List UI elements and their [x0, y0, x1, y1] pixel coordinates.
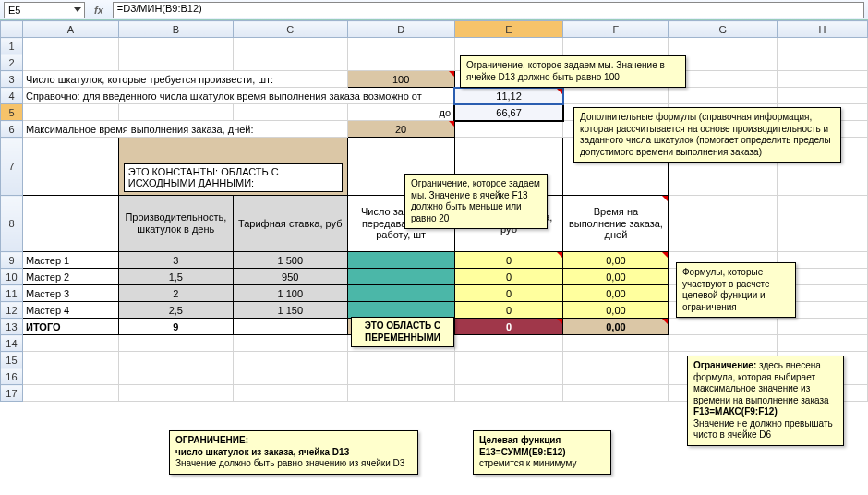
comment-d3: Ограничение, которое задаем мы. Значение…	[460, 55, 686, 88]
value-D3: 100	[392, 74, 409, 85]
cell-D6[interactable]: 20	[347, 121, 454, 138]
var-l2: ПЕРЕМЕННЫМИ	[365, 332, 440, 343]
comment-e13-title: Целевая функция	[479, 435, 561, 445]
row-4[interactable]: 4	[1, 88, 23, 104]
col-B[interactable]: B	[118, 21, 233, 38]
row-14[interactable]: 14	[1, 335, 23, 352]
comment-e13: Целевая функция E13=СУММ(E9:E12) стремит…	[473, 430, 611, 475]
col-E[interactable]: E	[454, 21, 563, 38]
cell-D12[interactable]	[347, 302, 454, 319]
value-D6: 20	[395, 124, 406, 135]
cell-C12[interactable]: 1 150	[233, 302, 347, 319]
m2-cost: 0	[506, 272, 512, 283]
comment-e4-text: Дополнительные формулы (справочная инфор…	[580, 112, 831, 157]
col-H[interactable]: H	[778, 21, 868, 38]
m2-name: Мастер 2	[26, 272, 69, 283]
total-label: ИТОГО	[26, 321, 61, 332]
cell-D9[interactable]	[347, 252, 454, 269]
comment-e13-body: стремится к минимуму	[479, 458, 576, 468]
cell-B13[interactable]: 9	[118, 319, 233, 335]
cell-B9[interactable]: 3	[118, 252, 233, 269]
value-E4: 11,12	[496, 91, 522, 102]
row-10[interactable]: 10	[1, 269, 23, 285]
col-C[interactable]: C	[233, 21, 347, 38]
row-2[interactable]: 2	[1, 54, 23, 71]
cell-A11[interactable]: Мастер 3	[22, 285, 118, 302]
comment-f13-tail: Значение не должно превышать чисто в яче…	[693, 418, 833, 441]
total-prod: 9	[173, 321, 178, 332]
cell-E4[interactable]: 11,12	[454, 88, 563, 104]
cell-A6[interactable]: Максимальное время выполнения заказа, дн…	[22, 121, 347, 138]
col-F[interactable]: F	[563, 21, 669, 38]
comment-d6: Ограничение, которое задаем мы. Значение…	[404, 174, 548, 229]
cell-D11[interactable]	[347, 285, 454, 302]
row-8[interactable]: 8	[1, 196, 23, 252]
cell-C10[interactable]: 950	[233, 269, 347, 285]
row-7[interactable]: 7	[1, 138, 23, 196]
var-l1: ЭТО ОБЛАСТЬ С	[365, 320, 441, 331]
cell-F11[interactable]: 0,00	[563, 285, 669, 302]
label-A3: Число шкатулок, которые требуется произв…	[26, 74, 273, 85]
col-A[interactable]: A	[22, 21, 118, 38]
cell-E13[interactable]: 0	[454, 319, 563, 335]
col-G[interactable]: G	[669, 21, 778, 38]
comment-f13: Ограничение: здесь внесена формула, кото…	[687, 356, 844, 446]
cell-B10[interactable]: 1,5	[118, 269, 233, 285]
m3-time: 0,00	[606, 288, 625, 299]
cell-D10[interactable]	[347, 269, 454, 285]
comment-d13-body: Значение должно быть равно значению из я…	[175, 458, 404, 468]
cell-E10[interactable]: 0	[454, 269, 563, 285]
comment-e13-f: E13=СУММ(E9:E12)	[479, 447, 566, 457]
cell-F13[interactable]: 0,00	[563, 319, 669, 335]
cell-A12[interactable]: Мастер 4	[22, 302, 118, 319]
cell-D5[interactable]: до	[347, 104, 454, 121]
cell-E9[interactable]: 0	[454, 252, 563, 269]
cell-C9[interactable]: 1 500	[233, 252, 347, 269]
row-3[interactable]: 3	[1, 71, 23, 88]
total-f: 0,00	[606, 321, 625, 332]
cell-E11[interactable]: 0	[454, 285, 563, 302]
cell-E12[interactable]: 0	[454, 302, 563, 319]
comment-d13-sub: число шкатулок из заказа, ячейка D13	[175, 447, 349, 457]
row-17[interactable]: 17	[1, 385, 23, 402]
cell-D3[interactable]: 100	[347, 71, 454, 88]
comment-d3-text: Ограничение, которое задаем мы. Значение…	[466, 60, 665, 82]
hdr-F8[interactable]: Время на выполнение заказа, дней	[563, 196, 669, 252]
cell-A4[interactable]: Справочно: для введенного числа шкатулок…	[22, 88, 454, 104]
row-12[interactable]: 12	[1, 302, 23, 319]
cell-F12[interactable]: 0,00	[563, 302, 669, 319]
cell-C13[interactable]	[233, 319, 347, 335]
m3-prod: 2	[173, 288, 178, 299]
m1-cost: 0	[506, 255, 512, 266]
row-1[interactable]: 1	[1, 38, 23, 54]
hdr-c-text: Тарифная ставка, руб	[238, 218, 342, 229]
cell-A13[interactable]: ИТОГО	[22, 319, 118, 335]
col-D[interactable]: D	[347, 21, 454, 38]
cell-F10[interactable]: 0,00	[563, 269, 669, 285]
cell-C11[interactable]: 1 100	[233, 285, 347, 302]
row-5[interactable]: 5	[1, 104, 23, 121]
cell-B12[interactable]: 2,5	[118, 302, 233, 319]
cell-A10[interactable]: Мастер 2	[22, 269, 118, 285]
cell-A3[interactable]: Число шкатулок, которые требуется произв…	[22, 71, 347, 88]
cell-B11[interactable]: 2	[118, 285, 233, 302]
m1-name: Мастер 1	[26, 255, 69, 266]
row-6[interactable]: 6	[1, 121, 23, 138]
row-9[interactable]: 9	[1, 252, 23, 269]
m1-rate: 1 500	[277, 255, 303, 266]
select-all-corner[interactable]	[1, 21, 23, 38]
hdr-C8[interactable]: Тарифная ставка, руб	[233, 196, 347, 252]
cell-A9[interactable]: Мастер 1	[22, 252, 118, 269]
cell-E5-active[interactable]: 66,67	[454, 104, 563, 121]
formula-input[interactable]: =D3/МИН(B9:B12)	[113, 2, 864, 18]
name-box[interactable]: E5	[4, 2, 85, 18]
row-11[interactable]: 11	[1, 285, 23, 302]
row-16[interactable]: 16	[1, 368, 23, 385]
cell-F9[interactable]: 0,00	[563, 252, 669, 269]
row-13[interactable]: 13	[1, 319, 23, 335]
fx-icon[interactable]: fx	[89, 5, 109, 16]
hdr-b-text: Производительность, шкатулок в день	[125, 211, 226, 235]
m4-rate: 1 150	[277, 305, 303, 316]
hdr-B8[interactable]: Производительность, шкатулок в день	[118, 196, 233, 252]
row-15[interactable]: 15	[1, 352, 23, 368]
